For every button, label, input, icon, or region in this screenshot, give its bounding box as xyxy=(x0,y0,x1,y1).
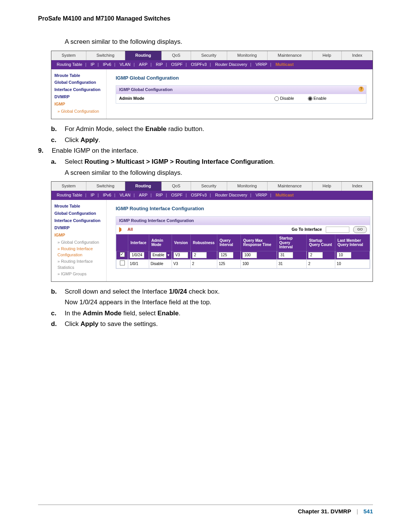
cell-qmax[interactable]: 100 xyxy=(242,252,257,258)
subnav-vrrp[interactable]: VRRP xyxy=(255,62,267,67)
sidebar-item-dvmrp[interactable]: DVMRP xyxy=(54,225,104,231)
subnav-router-discovery[interactable]: Router Discovery xyxy=(215,62,247,67)
subnav-arp[interactable]: ARP xyxy=(139,62,148,67)
cell-sqi[interactable]: 31 xyxy=(279,252,293,258)
row-checkbox[interactable] xyxy=(120,260,125,265)
tab-index[interactable]: Index xyxy=(342,51,373,60)
doc-header: ProSafe M4100 and M7100 Managed Switches xyxy=(38,15,373,22)
cell-sqc[interactable]: 2 xyxy=(308,252,323,258)
tab-switching[interactable]: Switching xyxy=(86,182,125,191)
sidebar-sub-global-config[interactable]: » Global Configuration xyxy=(57,240,104,246)
intro-text: A screen similar to the following displa… xyxy=(51,37,373,47)
subnav-vrrp[interactable]: VRRP xyxy=(255,193,267,197)
subnav-rip[interactable]: RIP xyxy=(156,62,162,67)
help-icon[interactable]: ? xyxy=(358,86,364,92)
step-c1: c. Click Apply. xyxy=(51,136,373,145)
tab-routing[interactable]: Routing xyxy=(125,182,162,191)
tab-switching[interactable]: Switching xyxy=(86,51,125,60)
step-b1: b. For Admin Mode, select the Enable rad… xyxy=(51,125,373,134)
col-version: Version xyxy=(172,235,190,251)
sidebar-sub-global-config[interactable]: » Global Configuration xyxy=(57,109,104,115)
row-checkbox[interactable] xyxy=(120,252,125,257)
sidebar-sub-routing-if-config[interactable]: » Routing Interface Configuration xyxy=(57,246,104,258)
panel-head-text: IGMP Global Configuration xyxy=(119,87,172,92)
tab-security[interactable]: Security xyxy=(191,182,227,191)
sub-nav-2: Routing Table| IP| IPv6| VLAN| ARP| RIP|… xyxy=(51,191,373,200)
subnav-vlan[interactable]: VLAN xyxy=(119,62,131,67)
cell-robust[interactable]: 2 xyxy=(192,252,207,258)
footer-page-number: 541 xyxy=(363,508,373,514)
subnav-ospfv3[interactable]: OSPFv3 xyxy=(191,193,207,197)
col-sqi: Startup Query Interval xyxy=(277,235,306,251)
subnav-ip[interactable]: IP xyxy=(91,193,94,197)
sidebar-item-interface-config[interactable]: Interface Configuration xyxy=(54,87,104,93)
sidebar-sub-igmp-groups[interactable]: » IGMP Groups xyxy=(57,271,104,277)
tab-help[interactable]: Help xyxy=(312,51,342,60)
all-label[interactable]: All xyxy=(127,227,133,233)
tab-maintenance[interactable]: Maintenance xyxy=(268,51,312,60)
sub-nav: Routing Table| IP| IPv6| VLAN| ARP| RIP|… xyxy=(51,60,373,69)
cell-lmqi[interactable]: 10 xyxy=(337,252,351,258)
cell-admin[interactable]: Enable xyxy=(151,252,166,258)
footer-chapter: Chapter 31. DVMRP xyxy=(298,508,351,514)
sidebar-item-igmp[interactable]: IGMP xyxy=(54,232,104,238)
step-a2-follow: A screen similar to the following displa… xyxy=(51,168,373,178)
subnav-ipv6[interactable]: IPv6 xyxy=(103,62,111,67)
subnav-vlan[interactable]: VLAN xyxy=(119,193,131,197)
col-lmqi: Last Member Query Interval xyxy=(335,235,370,251)
col-qint: Query Interval xyxy=(217,235,241,251)
admin-mode-label: Admin Mode xyxy=(119,96,144,102)
tab-monitoring[interactable]: Monitoring xyxy=(227,51,268,60)
sidebar-item-igmp[interactable]: IGMP xyxy=(54,101,104,107)
radio-disable[interactable]: Disable xyxy=(274,96,294,102)
sidebar-item-global-config[interactable]: Global Configuration xyxy=(54,211,104,217)
sidebar-item-dvmrp[interactable]: DVMRP xyxy=(54,94,104,100)
subnav-routing-table[interactable]: Routing Table xyxy=(57,193,82,197)
tab-help[interactable]: Help xyxy=(312,182,342,191)
sidebar-item-global-config[interactable]: Global Configuration xyxy=(54,80,104,86)
sidebar-item-mroute[interactable]: Mroute Table xyxy=(54,73,104,79)
subnav-routing-table[interactable]: Routing Table xyxy=(57,62,82,67)
sidebar-item-interface-config[interactable]: Interface Configuration xyxy=(54,218,104,224)
step-c2: c. In the Admin Mode field, select Enabl… xyxy=(51,309,373,318)
tab-monitoring[interactable]: Monitoring xyxy=(227,182,268,191)
sidebar-sub-routing-if-stats[interactable]: » Routing Interface Statistics xyxy=(57,259,104,271)
subnav-ip[interactable]: IP xyxy=(91,62,94,67)
step-a2: a. Select Routing > Multicast > IGMP > R… xyxy=(51,157,373,167)
go-button[interactable]: GO xyxy=(353,226,367,233)
tab-qos[interactable]: QoS xyxy=(162,182,191,191)
cell-admin: Disable xyxy=(149,260,172,268)
subnav-rip[interactable]: RIP xyxy=(156,193,162,197)
tab-system[interactable]: System xyxy=(51,182,86,191)
tab-security[interactable]: Security xyxy=(191,51,227,60)
triangle-icon xyxy=(119,227,124,232)
tab-maintenance[interactable]: Maintenance xyxy=(268,182,312,191)
cell-robust: 2 xyxy=(190,260,217,268)
panel-igmp-interface: IGMP Routing Interface Configuration All… xyxy=(116,216,370,268)
subnav-ospf[interactable]: OSPF xyxy=(171,62,183,67)
tab-index[interactable]: Index xyxy=(342,182,373,191)
subnav-arp[interactable]: ARP xyxy=(139,193,148,197)
content-title: IGMP Global Configuration xyxy=(116,75,369,82)
tab-system[interactable]: System xyxy=(51,51,86,60)
goto-interface-input[interactable] xyxy=(326,227,349,233)
subnav-ospf[interactable]: OSPF xyxy=(171,193,183,197)
config-table: Interface Admin Mode Version Robustness … xyxy=(116,234,370,268)
subnav-multicast[interactable]: Multicast xyxy=(276,193,294,197)
subnav-router-discovery[interactable]: Router Discovery xyxy=(215,193,247,197)
cell-qint[interactable]: 125 xyxy=(219,252,233,258)
tab-routing[interactable]: Routing xyxy=(125,51,162,60)
sidebar-item-mroute[interactable]: Mroute Table xyxy=(54,203,104,209)
cell-interface[interactable]: 1/0/24 xyxy=(130,252,144,258)
subnav-ipv6[interactable]: IPv6 xyxy=(103,193,111,197)
cell-version[interactable]: V3 xyxy=(174,252,188,258)
cell-qmax: 100 xyxy=(241,260,277,268)
radio-enable[interactable]: Enable xyxy=(308,96,327,102)
subnav-ospfv3[interactable]: OSPFv3 xyxy=(191,62,207,67)
panel-head: IGMP Global Configuration ? xyxy=(116,86,366,94)
tab-qos[interactable]: QoS xyxy=(162,51,191,60)
table-row: 1/0/24 Enable ▾ V3 2 125 100 31 2 10 xyxy=(116,251,370,260)
top-tabs: System Switching Routing QoS Security Mo… xyxy=(51,51,373,60)
subnav-multicast[interactable]: Multicast xyxy=(276,62,294,67)
panel-head-2: IGMP Routing Interface Configuration xyxy=(116,217,370,225)
